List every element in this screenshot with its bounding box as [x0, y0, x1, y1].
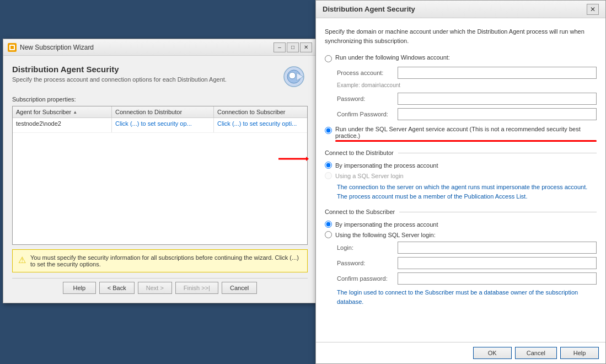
warning-icon: ⚠ [18, 255, 26, 265]
wizard-footer: Help < Back Next > Finish >>| Cancel [12, 278, 308, 294]
cancel-button[interactable]: Cancel [222, 282, 257, 294]
wizard-section-label: Subscription properties: [12, 96, 308, 103]
impersonate-process-option: By impersonating the process account [325, 162, 597, 169]
sub-confirm-password-group: Confirm password: [337, 272, 597, 285]
cell-sub-conn[interactable]: Click (...) to set security opti... [214, 118, 308, 132]
sub-password-label: Password: [337, 260, 398, 266]
distributor-info: The connection to the server on which th… [337, 183, 597, 201]
sort-arrow: ▲ [73, 110, 77, 115]
table-header: Agent for Subscriber ▲ Connection to Dis… [13, 106, 307, 118]
svg-point-5 [289, 72, 296, 79]
sub-password-input[interactable] [398, 257, 597, 269]
sql-agent-label: Run under the SQL Server Agent service a… [335, 126, 597, 142]
wizard-window: New Subscription Wizard – □ ✕ Distributi… [3, 39, 317, 303]
divider-line-2 [399, 212, 597, 212]
subscriber-impersonate-option: By impersonating the process account [325, 221, 597, 228]
sql-login-option: Using a SQL Server login [325, 172, 597, 179]
col-agent: Agent for Subscriber ▲ [13, 106, 112, 117]
close-button[interactable]: ✕ [300, 42, 312, 52]
password-input[interactable] [398, 93, 597, 105]
impersonate-process-label: By impersonating the process account [335, 162, 438, 169]
login-label: Login: [337, 244, 398, 251]
sql-agent-radio[interactable] [325, 127, 332, 134]
sql-agent-option: Run under the SQL Server Agent service a… [325, 126, 597, 142]
wizard-title: New Subscription Wizard [20, 44, 94, 51]
process-account-label: Process account: [337, 69, 398, 76]
cell-dist-conn[interactable]: Click (...) to set security op... [112, 118, 214, 132]
maximize-button[interactable]: □ [287, 42, 299, 52]
process-account-input[interactable] [398, 67, 597, 79]
warning-box: ⚠ You must specify the security informat… [12, 249, 308, 272]
svg-marker-7 [306, 157, 309, 161]
red-arrow-annotation [278, 156, 309, 162]
sql-login-label: Using a SQL Server login [335, 173, 404, 179]
subscriber-sql-login-label: Using the following SQL Server login: [335, 232, 436, 238]
password-group: Password: [337, 93, 597, 105]
connect-subscriber-divider: Connect to the Subscriber [325, 208, 597, 215]
connect-distributor-divider: Connect to the Distributor [325, 149, 597, 156]
wizard-header-icon [280, 65, 308, 89]
process-account-group: Process account: [337, 67, 597, 79]
security-cancel-button[interactable]: Cancel [515, 347, 557, 359]
wizard-title-buttons: – □ ✕ [273, 42, 312, 52]
password-label: Password: [337, 95, 398, 102]
next-button[interactable]: Next > [138, 282, 172, 294]
subscriber-info: The login used to connect to the Subscri… [337, 288, 597, 306]
security-help-button[interactable]: Help [560, 347, 599, 359]
impersonate-process-radio[interactable] [325, 162, 332, 169]
col-sub: Connection to Subscriber [214, 106, 308, 117]
security-close-button[interactable]: ✕ [587, 4, 599, 15]
wizard-body: Distribution Agent Security Specify the … [3, 56, 317, 303]
login-group: Login: [337, 242, 597, 254]
windows-account-option: Run under the following Windows account: [325, 54, 597, 62]
security-dialog-title: Distribution Agent Security [323, 5, 415, 13]
cell-agent: testnode2\node2 [13, 118, 112, 132]
wizard-title-left: New Subscription Wizard [8, 43, 94, 52]
subscriber-impersonate-radio[interactable] [325, 221, 332, 228]
wizard-icon [8, 43, 17, 52]
finish-button[interactable]: Finish >>| [175, 282, 218, 294]
wizard-header-title: Distribution Agent Security [12, 65, 227, 74]
svg-rect-2 [10, 46, 14, 49]
confirm-password-group: Confirm Password: [337, 108, 597, 120]
table-row: testnode2\node2 Click (...) to set secur… [13, 118, 307, 133]
subscriber-impersonate-label: By impersonating the process account [335, 221, 438, 228]
wizard-header-subtitle: Specify the process account and connecti… [12, 76, 227, 83]
sub-confirm-password-input[interactable] [398, 272, 597, 285]
connect-subscriber-label: Connect to the Subscriber [325, 208, 395, 215]
security-description: Specify the domain or machine account un… [325, 27, 597, 45]
windows-account-label: Run under the following Windows account: [335, 54, 450, 61]
security-body: Specify the domain or machine account un… [316, 18, 605, 342]
col-dist: Connection to Distributor [112, 106, 214, 117]
sql-login-radio [325, 172, 332, 179]
warning-text: You must specify the security informatio… [30, 254, 302, 267]
ok-button[interactable]: OK [473, 347, 512, 359]
sub-confirm-password-label: Confirm password: [337, 275, 398, 282]
confirm-password-label: Confirm Password: [337, 111, 398, 117]
wizard-titlebar: New Subscription Wizard – □ ✕ [3, 39, 317, 56]
wizard-header-text: Distribution Agent Security Specify the … [12, 65, 227, 83]
example-text: Example: domain\account [337, 82, 597, 88]
subscriber-sql-login-option: Using the following SQL Server login: [325, 231, 597, 238]
help-button[interactable]: Help [63, 282, 96, 294]
security-dialog: Distribution Agent Security ✕ Specify th… [315, 0, 606, 364]
subscription-table: Agent for Subscriber ▲ Connection to Dis… [12, 106, 308, 245]
sub-password-group: Password: [337, 257, 597, 269]
minimize-button[interactable]: – [273, 42, 286, 52]
red-underline [335, 140, 597, 142]
subscriber-sql-login-radio[interactable] [325, 231, 332, 238]
login-input[interactable] [398, 242, 597, 254]
windows-account-radio[interactable] [325, 55, 332, 62]
divider-line-1 [398, 153, 597, 153]
wizard-header: Distribution Agent Security Specify the … [12, 65, 308, 89]
back-button[interactable]: < Back [99, 282, 135, 294]
security-titlebar: Distribution Agent Security ✕ [316, 1, 605, 18]
confirm-password-input[interactable] [398, 108, 597, 120]
security-footer: OK Cancel Help [316, 342, 605, 363]
connect-distributor-label: Connect to the Distributor [325, 149, 394, 156]
